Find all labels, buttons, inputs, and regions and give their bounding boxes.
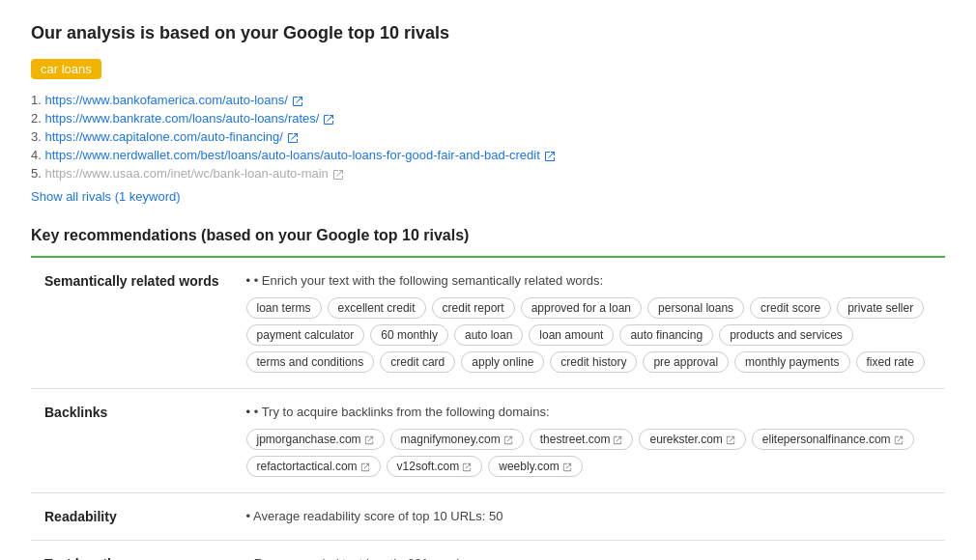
domain-link[interactable]: refactortactical.com — [246, 456, 381, 477]
external-link-icon — [894, 434, 904, 444]
rivals-list: 1. https://www.bankofamerica.com/auto-lo… — [31, 93, 945, 181]
recommendations-title: Key recommendations (based on your Googl… — [31, 227, 945, 244]
keyword-chip: pre approval — [643, 351, 729, 373]
keyword-chip: loan terms — [246, 297, 322, 319]
keyword-chip: auto loan — [454, 324, 523, 346]
keyword-chip: credit report — [432, 297, 515, 319]
page-title: Our analysis is based on your Google top… — [31, 23, 945, 43]
domain-link[interactable]: weebly.com — [488, 456, 582, 477]
external-link-icon — [503, 434, 513, 444]
external-link-icon — [332, 169, 344, 181]
keyword-chip: terms and conditions — [246, 351, 375, 373]
recommendation-text: • Average readability score of top 10 UR… — [246, 509, 932, 523]
domain-link[interactable]: v12soft.com — [387, 456, 483, 477]
rival-item: 3. https://www.capitalone.com/auto-finan… — [31, 129, 945, 144]
recommendation-row: Semantically related words• Enrich your … — [31, 257, 945, 389]
external-link-icon — [287, 132, 299, 144]
rival-link[interactable]: https://www.bankrate.com/loans/auto-loan… — [44, 111, 334, 126]
recommendation-label: Backlinks — [31, 389, 233, 493]
external-link-icon — [562, 462, 572, 471]
rival-link[interactable]: https://www.bankofamerica.com/auto-loans… — [44, 93, 302, 107]
external-link-icon — [323, 114, 334, 126]
chips-container: loan termsexcellent creditcredit reporta… — [246, 297, 932, 373]
rival-item: 4. https://www.nerdwallet.com/best/loans… — [31, 148, 945, 162]
recommendation-label: Readability — [31, 493, 233, 541]
recommendation-row: Text length• Recommended text length: 98… — [31, 541, 945, 561]
keyword-chip: excellent credit — [328, 297, 426, 319]
recommendation-label: Text length — [31, 541, 233, 561]
keyword-chip: payment calculator — [246, 324, 365, 346]
recommendations-table: Semantically related words• Enrich your … — [31, 256, 945, 560]
keyword-chip: products and services — [719, 324, 853, 346]
recommendation-intro: • Try to acquire backlinks from the foll… — [246, 405, 932, 419]
keyword-chip: auto financing — [619, 324, 713, 346]
external-link-icon — [726, 434, 735, 444]
domain-link[interactable]: eurekster.com — [639, 429, 745, 450]
domain-link[interactable]: elitepersonalfinance.com — [752, 429, 914, 450]
domain-link[interactable]: magnifymoney.com — [390, 429, 524, 450]
keyword-chip: fixed rate — [856, 351, 925, 373]
rival-link[interactable]: https://www.capitalone.com/auto-financin… — [44, 129, 298, 144]
external-link-icon — [544, 151, 556, 162]
keyword-chip: apply online — [461, 351, 544, 373]
keyword-chip: monthly payments — [734, 351, 849, 373]
keyword-chip: credit history — [550, 351, 637, 373]
recommendation-intro: • Enrich your text with the following se… — [246, 273, 932, 288]
recommendation-content: • Average readability score of top 10 UR… — [233, 493, 945, 541]
rival-link[interactable]: https://www.usaa.com/inet/wc/bank-loan-a… — [44, 166, 343, 181]
rival-link[interactable]: https://www.nerdwallet.com/best/loans/au… — [44, 148, 555, 162]
recommendation-content: • Recommended text length: 981 words — [233, 541, 945, 561]
keyword-chip: credit score — [750, 297, 831, 319]
keyword-chip: personal loans — [647, 297, 744, 319]
keyword-chip: loan amount — [529, 324, 614, 346]
keyword-chip: approved for a loan — [521, 297, 642, 319]
recommendation-text: • Recommended text length: 981 words — [246, 556, 932, 560]
recommendation-content: • Try to acquire backlinks from the foll… — [233, 389, 945, 493]
external-link-icon — [360, 462, 370, 471]
external-link-icon — [613, 434, 622, 444]
keyword-chip: 60 monthly — [370, 324, 448, 346]
recommendation-row: Backlinks• Try to acquire backlinks from… — [31, 389, 945, 493]
recommendation-row: Readability• Average readability score o… — [31, 493, 945, 541]
keyword-tag[interactable]: car loans — [31, 59, 101, 79]
recommendation-content: • Enrich your text with the following se… — [233, 257, 945, 389]
external-link-icon — [364, 434, 374, 444]
keyword-chip: private seller — [837, 297, 924, 319]
external-link-icon — [292, 96, 303, 107]
rival-item: 5. https://www.usaa.com/inet/wc/bank-loa… — [31, 166, 945, 181]
domain-link[interactable]: thestreet.com — [530, 429, 634, 450]
show-all-rivals-link[interactable]: Show all rivals (1 keyword) — [31, 189, 181, 204]
external-link-icon — [462, 462, 472, 471]
domain-link[interactable]: jpmorganchase.com — [246, 429, 385, 450]
rival-item: 1. https://www.bankofamerica.com/auto-lo… — [31, 93, 945, 107]
domains-container: jpmorganchase.commagnifymoney.comthestre… — [246, 429, 932, 477]
rival-item: 2. https://www.bankrate.com/loans/auto-l… — [31, 111, 945, 126]
recommendation-label: Semantically related words — [31, 257, 233, 389]
keyword-chip: credit card — [380, 351, 455, 373]
